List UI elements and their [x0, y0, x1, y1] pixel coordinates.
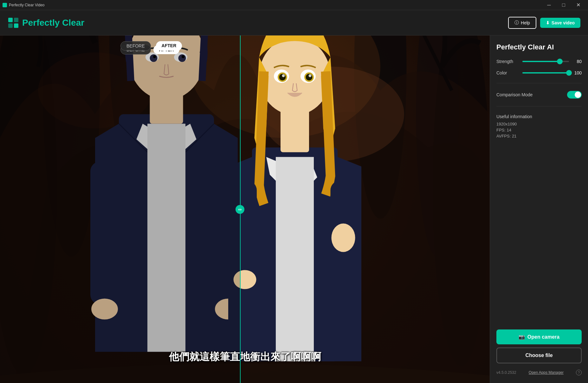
window-title: Perfectly Clear Video [9, 3, 45, 7]
divider-1 [496, 83, 582, 83]
window-controls: ─ □ ✕ [542, 0, 585, 10]
comparison-mode-toggle[interactable] [567, 91, 582, 99]
svg-point-40 [309, 74, 312, 77]
logo-icon [8, 17, 19, 29]
svg-rect-29 [276, 157, 314, 361]
fps-info: FPS: 14 [496, 128, 582, 132]
scene-svg [0, 35, 490, 383]
color-thumb[interactable] [566, 70, 572, 76]
strength-value: 80 [573, 59, 582, 64]
color-slider-row: Color 100 [496, 70, 582, 75]
logo-text: Perfectly Clear [22, 18, 84, 28]
panel-footer: v4.5.0.2532 Open Apps Manager ? [496, 370, 582, 375]
open-camera-button[interactable]: 📷 Open camera [496, 329, 582, 344]
svg-rect-1 [14, 18, 18, 22]
strength-thumb[interactable] [557, 59, 563, 64]
strength-slider-row: Strength 80 [496, 59, 582, 64]
maximize-button[interactable]: □ [556, 0, 571, 10]
svg-rect-0 [8, 18, 13, 22]
help-icon: ⓘ [514, 20, 519, 26]
svg-rect-45 [0, 35, 240, 383]
anime-scene: 他們就這樣筆直地衝出來了啊啊啊 BEFORE AFTER ⇔ [0, 35, 490, 383]
color-slider[interactable] [522, 72, 569, 73]
help-icon-footer[interactable]: ? [576, 370, 582, 375]
subtitle-text: 他們就這樣筆直地衝出來了啊啊啊 [0, 350, 490, 364]
panel-title: Perfectly Clear AI [496, 43, 582, 51]
save-video-button[interactable]: ⬇ Save video [540, 18, 580, 28]
useful-info-title: Useful information [496, 114, 582, 119]
comparison-mode-label: Comparison Mode [496, 92, 533, 97]
save-label: Save video [552, 20, 575, 25]
svg-rect-2 [8, 23, 13, 28]
color-value: 100 [573, 70, 582, 75]
open-camera-label: Open camera [527, 334, 559, 340]
panel-spacer [496, 145, 582, 323]
color-fill [522, 72, 569, 73]
minimize-button[interactable]: ─ [542, 0, 556, 10]
comparison-mode-row: Comparison Mode [496, 91, 582, 99]
version-text: v4.5.0.2532 [496, 370, 516, 375]
app-icon [3, 3, 7, 7]
header: Perfectly Clear ⓘ Help ⬇ Save video [0, 10, 588, 35]
useful-info-section: Useful information 1920x1090 FPS: 14 AVF… [496, 114, 582, 138]
avfps-info: AVFPS: 21 [496, 134, 582, 138]
camera-icon: 📷 [519, 334, 525, 340]
video-area: BEFORE AFTER [0, 35, 490, 383]
drag-arrows-icon: ⇔ [238, 207, 242, 212]
svg-point-39 [282, 74, 285, 77]
header-actions: ⓘ Help ⬇ Save video [508, 17, 580, 29]
strength-slider[interactable] [522, 61, 569, 62]
strength-fill [522, 61, 560, 62]
title-bar: Perfectly Clear Video ─ □ ✕ [0, 0, 588, 10]
toggle-thumb [575, 92, 581, 98]
choose-file-label: Choose file [525, 353, 552, 358]
help-button[interactable]: ⓘ Help [508, 17, 536, 29]
resolution-info: 1920x1090 [496, 122, 582, 126]
svg-rect-3 [14, 23, 18, 28]
choose-file-button[interactable]: Choose file [496, 348, 582, 363]
panel-bottom: 📷 Open camera Choose file [496, 329, 582, 363]
help-label: Help [521, 20, 530, 25]
color-label: Color [496, 70, 519, 75]
divider-2 [496, 106, 582, 106]
comparison-handle[interactable]: ⇔ [236, 205, 244, 214]
logo: Perfectly Clear [8, 17, 84, 29]
open-apps-manager-link[interactable]: Open Apps Manager [529, 370, 564, 375]
right-panel: Perfectly Clear AI Strength 80 Color 100… [490, 35, 588, 383]
close-button[interactable]: ✕ [571, 0, 585, 10]
svg-point-31 [259, 37, 331, 115]
title-bar-left: Perfectly Clear Video [3, 3, 45, 7]
strength-label: Strength [496, 59, 519, 64]
main-layout: BEFORE AFTER [0, 35, 588, 383]
save-icon: ⬇ [546, 20, 550, 25]
